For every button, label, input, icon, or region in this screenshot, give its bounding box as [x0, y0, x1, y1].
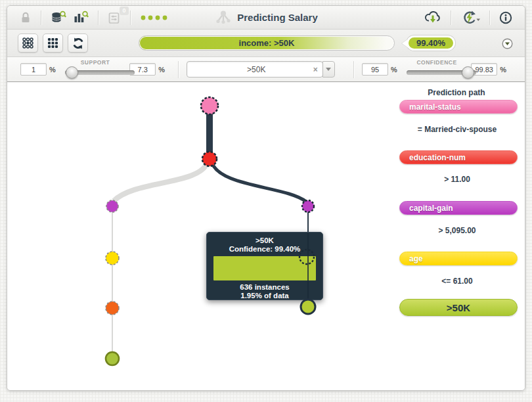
confidence-badge: 99.40% — [402, 35, 455, 51]
tooltip-prediction: >50K — [213, 236, 317, 245]
prediction-path-panel: Prediction path marital-status = Married… — [397, 82, 521, 390]
support-slider[interactable]: SUPPORT — [65, 64, 125, 79]
support-min-unit: % — [49, 66, 56, 74]
lock-icon[interactable] — [16, 11, 35, 24]
node-root-marital-status[interactable] — [201, 97, 218, 114]
class-filter-value: >50K — [187, 65, 309, 74]
path-field-marital-status[interactable]: marital-status — [399, 100, 518, 114]
confidence-min-unit: % — [391, 66, 397, 74]
tree-canvas: >50K Confidence: 99.40% 636 instances 1.… — [7, 82, 525, 390]
divider — [489, 11, 490, 25]
node-tooltip: >50K Confidence: 99.40% 636 instances 1.… — [206, 232, 323, 300]
path-condition: > 11.00 — [397, 175, 518, 184]
filters-toolbar: % SUPPORT % >50K × % CONFIDENCE — [7, 57, 525, 82]
tooltip-distribution-bar — [213, 256, 316, 280]
dataset-search-icon[interactable] — [47, 10, 70, 26]
divider — [353, 61, 354, 78]
path-condition: > 5,095.00 — [397, 226, 518, 235]
path-field-label: capital-gain — [409, 204, 453, 213]
node-left-3[interactable] — [106, 302, 119, 315]
sparse-tree-view-button[interactable] — [18, 34, 38, 53]
batch-count-badge: 0 — [120, 7, 129, 15]
path-prediction-pill[interactable]: >50K — [399, 299, 518, 316]
tooltip-confidence: Confidence: 99.40% — [213, 245, 317, 254]
panel-collapse-icon[interactable] — [502, 38, 513, 52]
node-capital-gain-right[interactable] — [302, 200, 314, 212]
path-field-label: marital-status — [409, 102, 461, 112]
batch-prediction-icon[interactable]: 0 — [104, 11, 124, 25]
node-capital-gain-left[interactable] — [106, 200, 118, 212]
divider — [451, 11, 451, 25]
chevron-down-icon — [326, 68, 331, 71]
page-background: 0 — [0, 0, 532, 402]
model-search-icon[interactable] — [70, 10, 92, 26]
node-age-left[interactable] — [106, 252, 119, 265]
confidence-slider[interactable]: CONFIDENCE — [407, 64, 467, 79]
prediction-output-bar[interactable]: income: >50K — [139, 35, 395, 51]
support-max-unit: % — [158, 66, 165, 74]
support-min-input[interactable] — [20, 63, 47, 76]
prediction-toolbar: income: >50K 99.40% — [7, 30, 525, 57]
full-tree-view-button[interactable] — [43, 34, 63, 53]
path-field-education-num[interactable]: education-num — [399, 150, 518, 164]
download-icon[interactable] — [421, 10, 445, 25]
class-filter-dropdown-button[interactable] — [322, 61, 335, 78]
model-tree-icon — [214, 10, 233, 26]
confidence-max-unit: % — [500, 66, 506, 74]
confidence-slider-knob[interactable] — [462, 66, 474, 79]
divider — [41, 11, 41, 25]
edge-l1-to-right[interactable] — [211, 162, 306, 202]
actions-icon[interactable] — [457, 10, 483, 25]
divider — [98, 11, 99, 25]
top-toolbar-right-group — [421, 10, 516, 25]
node-leaf-left[interactable] — [106, 352, 119, 365]
page-title: Predicting Salary — [237, 12, 318, 23]
path-condition: <= 61.00 — [397, 277, 518, 286]
support-slider-knob[interactable] — [66, 66, 78, 79]
confidence-label: CONFIDENCE — [407, 59, 467, 66]
divider — [130, 11, 131, 25]
top-toolbar-left-group: 0 — [16, 6, 172, 29]
edge-l1-to-left[interactable] — [114, 161, 208, 201]
confidence-min-input[interactable] — [362, 63, 388, 76]
node-education-num[interactable] — [202, 152, 217, 166]
path-field-age[interactable]: age — [399, 252, 518, 265]
clear-filter-icon[interactable]: × — [309, 65, 322, 74]
info-icon[interactable] — [496, 11, 516, 25]
prediction-output-label: income: >50K — [239, 38, 295, 48]
tooltip-coverage: 1.95% of data — [213, 292, 317, 300]
confidence-badge-tail — [402, 39, 409, 48]
path-field-label: education-num — [409, 153, 466, 162]
path-prediction-label: >50K — [447, 302, 470, 313]
path-field-label: age — [409, 254, 423, 263]
dots-menu-icon[interactable] — [137, 14, 172, 22]
path-field-capital-gain[interactable]: capital-gain — [399, 201, 518, 215]
path-condition: = Married-civ-spouse — [397, 125, 518, 134]
prediction-path-title: Prediction path — [397, 88, 516, 97]
divider — [178, 61, 179, 78]
class-filter-select[interactable]: >50K × — [187, 61, 323, 78]
top-toolbar: 0 — [7, 6, 525, 30]
support-label: SUPPORT — [65, 59, 125, 66]
app-window: 0 — [7, 5, 525, 391]
reset-tree-button[interactable] — [68, 34, 88, 53]
tooltip-instances: 636 instances — [213, 283, 317, 292]
confidence-badge-value: 99.40% — [407, 35, 455, 51]
